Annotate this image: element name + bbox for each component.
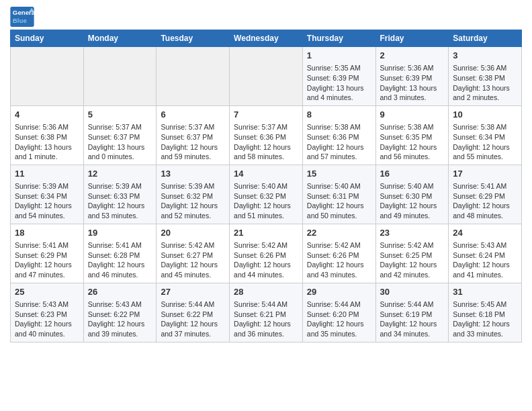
calendar-cell: 1Sunrise: 5:35 AM Sunset: 6:39 PM Daylig… [302,47,375,106]
day-number: 15 [307,168,371,180]
calendar-week-3: 11Sunrise: 5:39 AM Sunset: 6:34 PM Dayli… [11,165,522,224]
calendar-cell: 24Sunrise: 5:43 AM Sunset: 6:24 PM Dayli… [449,224,522,283]
calendar-cell: 12Sunrise: 5:39 AM Sunset: 6:33 PM Dayli… [83,165,157,224]
logo-icon: General Blue [10,7,34,27]
cell-content: Sunrise: 5:36 AM Sunset: 6:38 PM Dayligh… [15,122,79,162]
calendar-cell: 15Sunrise: 5:40 AM Sunset: 6:31 PM Dayli… [302,165,375,224]
calendar-cell: 18Sunrise: 5:41 AM Sunset: 6:29 PM Dayli… [11,224,84,283]
calendar-cell [11,47,84,106]
day-number: 6 [161,109,225,121]
calendar-cell: 17Sunrise: 5:41 AM Sunset: 6:29 PM Dayli… [449,165,522,224]
calendar-cell: 22Sunrise: 5:42 AM Sunset: 6:26 PM Dayli… [302,224,375,283]
cell-content: Sunrise: 5:36 AM Sunset: 6:39 PM Dayligh… [380,63,445,103]
calendar-cell: 19Sunrise: 5:41 AM Sunset: 6:28 PM Dayli… [83,224,157,283]
day-number: 5 [88,109,152,121]
calendar-cell: 21Sunrise: 5:42 AM Sunset: 6:26 PM Dayli… [230,224,303,283]
cell-content: Sunrise: 5:44 AM Sunset: 6:22 PM Dayligh… [161,300,225,339]
calendar-cell: 5Sunrise: 5:37 AM Sunset: 6:37 PM Daylig… [83,105,157,165]
cell-content: Sunrise: 5:44 AM Sunset: 6:21 PM Dayligh… [234,300,298,339]
calendar-cell: 23Sunrise: 5:42 AM Sunset: 6:25 PM Dayli… [375,224,449,283]
day-number: 21 [234,227,298,239]
cell-content: Sunrise: 5:40 AM Sunset: 6:31 PM Dayligh… [307,181,371,221]
cell-content: Sunrise: 5:39 AM Sunset: 6:33 PM Dayligh… [88,181,152,221]
calendar-week-1: 1Sunrise: 5:35 AM Sunset: 6:39 PM Daylig… [11,47,522,106]
header-day-wednesday: Wednesday [230,30,303,47]
header-day-friday: Friday [375,30,449,47]
calendar-cell: 7Sunrise: 5:37 AM Sunset: 6:36 PM Daylig… [230,105,303,165]
day-number: 2 [380,50,445,62]
day-number: 24 [453,227,517,239]
calendar-cell: 14Sunrise: 5:40 AM Sunset: 6:32 PM Dayli… [230,165,303,224]
cell-content: Sunrise: 5:43 AM Sunset: 6:24 PM Dayligh… [453,240,517,280]
cell-content: Sunrise: 5:37 AM Sunset: 6:36 PM Dayligh… [234,122,298,162]
cell-content: Sunrise: 5:37 AM Sunset: 6:37 PM Dayligh… [88,122,152,162]
cell-content: Sunrise: 5:42 AM Sunset: 6:27 PM Dayligh… [161,240,225,280]
calendar-cell: 25Sunrise: 5:43 AM Sunset: 6:23 PM Dayli… [11,283,84,342]
day-number: 23 [380,227,445,239]
cell-content: Sunrise: 5:41 AM Sunset: 6:29 PM Dayligh… [15,240,79,280]
calendar-cell: 2Sunrise: 5:36 AM Sunset: 6:39 PM Daylig… [375,47,449,106]
cell-content: Sunrise: 5:41 AM Sunset: 6:28 PM Dayligh… [88,240,152,280]
day-number: 11 [15,168,79,180]
day-number: 22 [307,227,371,239]
cell-content: Sunrise: 5:43 AM Sunset: 6:23 PM Dayligh… [15,300,79,339]
cell-content: Sunrise: 5:42 AM Sunset: 6:26 PM Dayligh… [234,240,298,280]
day-number: 9 [380,109,445,121]
page-header: General Blue [10,7,522,27]
calendar-week-4: 18Sunrise: 5:41 AM Sunset: 6:29 PM Dayli… [11,224,522,283]
day-number: 8 [307,109,371,121]
cell-content: Sunrise: 5:37 AM Sunset: 6:37 PM Dayligh… [161,122,225,162]
calendar-cell: 16Sunrise: 5:40 AM Sunset: 6:30 PM Dayli… [375,165,449,224]
calendar-week-5: 25Sunrise: 5:43 AM Sunset: 6:23 PM Dayli… [11,283,522,342]
header-day-saturday: Saturday [449,30,522,47]
cell-content: Sunrise: 5:41 AM Sunset: 6:29 PM Dayligh… [453,181,517,221]
day-number: 26 [88,286,152,298]
calendar-cell: 31Sunrise: 5:45 AM Sunset: 6:18 PM Dayli… [449,283,522,342]
svg-text:Blue: Blue [13,17,28,24]
cell-content: Sunrise: 5:44 AM Sunset: 6:20 PM Dayligh… [307,300,371,339]
day-number: 7 [234,109,298,121]
calendar-cell: 20Sunrise: 5:42 AM Sunset: 6:27 PM Dayli… [157,224,230,283]
cell-content: Sunrise: 5:35 AM Sunset: 6:39 PM Dayligh… [307,63,371,103]
day-number: 16 [380,168,445,180]
day-number: 28 [234,286,298,298]
calendar-week-2: 4Sunrise: 5:36 AM Sunset: 6:38 PM Daylig… [11,105,522,165]
day-number: 17 [453,168,517,180]
day-number: 30 [380,286,445,298]
cell-content: Sunrise: 5:43 AM Sunset: 6:22 PM Dayligh… [88,300,152,339]
day-number: 3 [453,50,517,62]
cell-content: Sunrise: 5:42 AM Sunset: 6:26 PM Dayligh… [307,240,371,280]
day-number: 10 [453,109,517,121]
cell-content: Sunrise: 5:38 AM Sunset: 6:36 PM Dayligh… [307,122,371,162]
calendar-cell: 10Sunrise: 5:38 AM Sunset: 6:34 PM Dayli… [449,105,522,165]
calendar-cell: 13Sunrise: 5:39 AM Sunset: 6:32 PM Dayli… [157,165,230,224]
calendar-cell: 27Sunrise: 5:44 AM Sunset: 6:22 PM Dayli… [157,283,230,342]
header-day-sunday: Sunday [11,30,84,47]
cell-content: Sunrise: 5:36 AM Sunset: 6:38 PM Dayligh… [453,63,517,103]
day-number: 12 [88,168,152,180]
calendar-cell [83,47,157,106]
day-number: 31 [453,286,517,298]
calendar-cell: 4Sunrise: 5:36 AM Sunset: 6:38 PM Daylig… [11,105,84,165]
calendar-cell [157,47,230,106]
calendar-cell: 9Sunrise: 5:38 AM Sunset: 6:35 PM Daylig… [375,105,449,165]
day-number: 25 [15,286,79,298]
day-number: 14 [234,168,298,180]
day-number: 1 [307,50,371,62]
calendar-cell: 29Sunrise: 5:44 AM Sunset: 6:20 PM Dayli… [302,283,375,342]
day-number: 4 [15,109,79,121]
cell-content: Sunrise: 5:40 AM Sunset: 6:30 PM Dayligh… [380,181,445,221]
cell-content: Sunrise: 5:44 AM Sunset: 6:19 PM Dayligh… [380,300,445,339]
logo: General Blue [10,7,34,27]
day-number: 13 [161,168,225,180]
cell-content: Sunrise: 5:45 AM Sunset: 6:18 PM Dayligh… [453,300,517,339]
calendar-cell [230,47,303,106]
calendar-cell: 8Sunrise: 5:38 AM Sunset: 6:36 PM Daylig… [302,105,375,165]
calendar-table: SundayMondayTuesdayWednesdayThursdayFrid… [10,30,522,342]
header-day-monday: Monday [83,30,157,47]
calendar-cell: 11Sunrise: 5:39 AM Sunset: 6:34 PM Dayli… [11,165,84,224]
cell-content: Sunrise: 5:39 AM Sunset: 6:34 PM Dayligh… [15,181,79,221]
day-number: 18 [15,227,79,239]
calendar-cell: 26Sunrise: 5:43 AM Sunset: 6:22 PM Dayli… [83,283,157,342]
calendar-cell: 6Sunrise: 5:37 AM Sunset: 6:37 PM Daylig… [157,105,230,165]
